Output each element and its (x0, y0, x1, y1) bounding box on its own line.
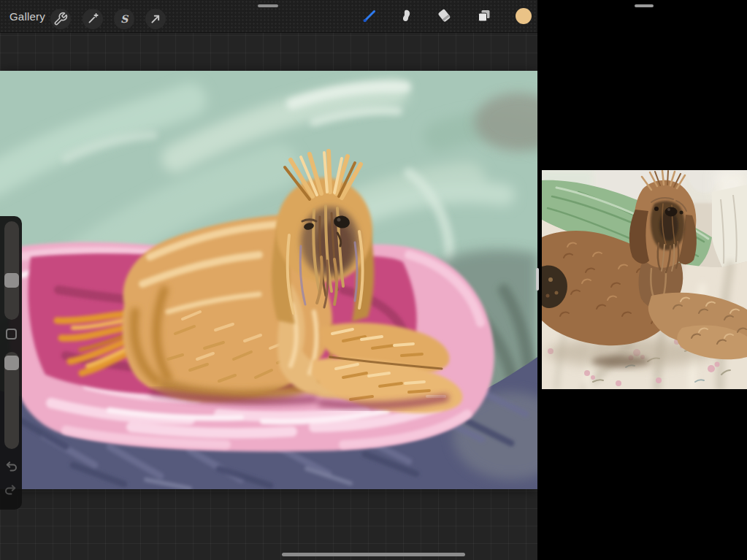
paint-brush-icon (361, 7, 378, 25)
home-indicator[interactable] (282, 553, 465, 556)
left-app-drag-handle[interactable] (258, 4, 278, 7)
brush-opacity-slider[interactable] (4, 352, 19, 449)
brush-size-slider[interactable] (4, 221, 19, 320)
layers-icon (475, 7, 493, 25)
right-app-drag-handle[interactable] (635, 4, 654, 7)
modify-button[interactable] (6, 329, 17, 340)
smudge-finger-icon (399, 7, 416, 25)
selection-s-icon: S (117, 12, 131, 26)
dog-photo (542, 170, 747, 389)
dog-painting (0, 71, 537, 489)
painting-canvas[interactable] (0, 71, 537, 489)
wrench-icon (53, 12, 68, 26)
brush-sidebar (0, 216, 22, 510)
eraser-icon (436, 7, 453, 25)
actions-button[interactable] (50, 9, 71, 29)
procreate-desk: Gallery S (0, 0, 537, 560)
svg-text:S: S (120, 13, 129, 25)
erase-tool-button[interactable] (436, 7, 453, 25)
color-swatch (515, 7, 532, 25)
undo-button[interactable] (3, 459, 19, 475)
transform-arrow-icon (148, 12, 163, 26)
color-button[interactable] (515, 7, 532, 25)
paint-tool-button[interactable] (361, 7, 378, 25)
magic-wand-icon (85, 12, 100, 26)
adjustments-button[interactable] (83, 9, 103, 29)
reference-photo (542, 170, 747, 389)
brush-opacity-handle[interactable] (4, 356, 19, 370)
layers-button[interactable] (475, 7, 493, 25)
undo-arrow-icon (3, 459, 19, 475)
smudge-tool-button[interactable] (399, 7, 416, 25)
selection-button[interactable]: S (114, 9, 134, 29)
transform-button[interactable] (145, 9, 166, 29)
redo-arrow-icon (3, 482, 19, 498)
split-view-divider-handle[interactable] (536, 268, 539, 291)
brush-size-handle[interactable] (4, 273, 19, 288)
redo-button[interactable] (3, 482, 19, 498)
gallery-button[interactable]: Gallery (9, 0, 45, 32)
